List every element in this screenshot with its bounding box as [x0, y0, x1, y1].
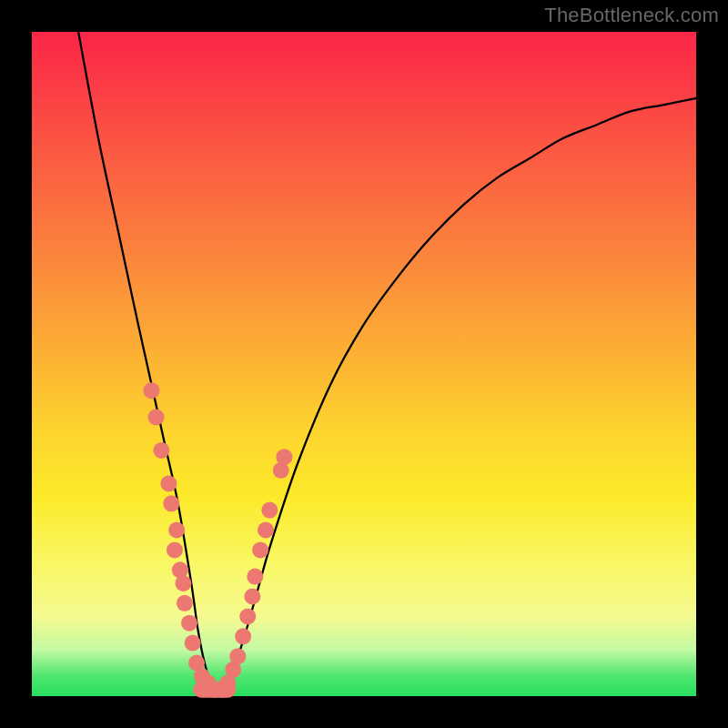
- bottleneck-curve: [78, 32, 696, 691]
- chart-frame: TheBottleneck.com: [0, 0, 728, 728]
- data-point: [185, 635, 201, 652]
- data-point: [177, 595, 193, 612]
- data-point: [181, 615, 197, 632]
- data-point: [175, 575, 191, 592]
- data-point: [148, 409, 165, 425]
- chart-svg: [32, 32, 696, 696]
- data-point: [252, 541, 268, 558]
- data-point: [160, 475, 177, 491]
- data-point: [163, 495, 179, 511]
- data-point: [235, 628, 251, 644]
- data-point: [168, 522, 185, 539]
- data-point: [247, 569, 263, 585]
- data-points-group: [143, 382, 292, 698]
- plot-area: [32, 32, 696, 696]
- data-point: [239, 608, 256, 624]
- watermark-text: TheBottleneck.com: [544, 4, 719, 27]
- data-point: [258, 522, 274, 539]
- data-point: [229, 648, 246, 664]
- data-point: [261, 502, 278, 519]
- data-point: [153, 442, 169, 459]
- data-point: [143, 382, 159, 399]
- data-point: [244, 589, 260, 605]
- data-point: [276, 449, 292, 465]
- data-point: [167, 541, 183, 558]
